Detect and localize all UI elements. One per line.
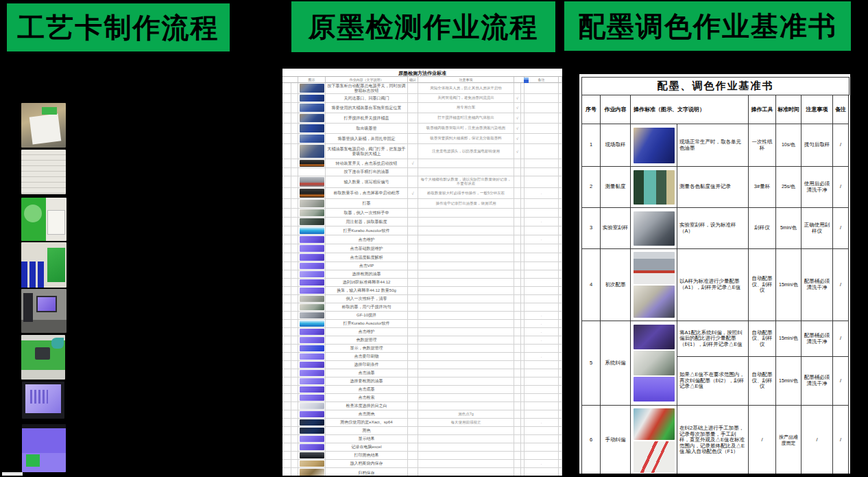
- check-cell: [408, 226, 418, 235]
- remark-cell: [525, 386, 559, 394]
- mark-cell: [514, 303, 521, 312]
- check-cell: [408, 83, 418, 94]
- edge-cell: [559, 295, 562, 303]
- worksheet-row: 点击测色 测色点7g: [282, 410, 562, 419]
- col-care: 注意事项: [801, 95, 833, 124]
- col-no: 序号: [582, 95, 601, 124]
- cell-standard: 现场正常生产时，取各单元色油墨: [677, 124, 749, 167]
- row-photo-cell: [298, 460, 326, 468]
- worksheet-row: 换算，输入稀释率44.12 数量50g: [282, 287, 562, 295]
- step-text-cell: 关闭送墨口、回墨口阀门: [326, 94, 408, 103]
- remark-cell: [525, 209, 559, 218]
- step-photo: [300, 353, 324, 360]
- cell-standard: 在纠2基础上进行手工加墨，记录每次加墨量，手工刮样，直至外观及△E值在标准范围内…: [677, 406, 749, 474]
- step-text-cell: 检查浓度选择的目之白: [326, 402, 408, 410]
- mark-cell: [514, 345, 521, 353]
- row-group-cell: [291, 209, 298, 218]
- row-index-cell: [282, 320, 291, 328]
- check-cell: [408, 144, 418, 159]
- cell-tool: 3#量杯: [749, 167, 776, 208]
- note-cell: 操作途中记录打出油墨量，做测试用: [418, 199, 514, 209]
- note-cell: [418, 468, 514, 476]
- mark-cell: [514, 328, 521, 336]
- check-cell: [408, 209, 418, 218]
- row-group-cell: [291, 188, 298, 199]
- cell-standard: 实验室刮样，设为标准样（A）: [677, 208, 749, 249]
- header-image-col: 图示: [298, 77, 326, 83]
- edge-cell: [559, 320, 562, 328]
- note-cell: [418, 303, 514, 312]
- check-cell: [408, 427, 418, 435]
- step-photo: [300, 452, 324, 458]
- banner-color-matching-standard: 配墨调色作业基准书: [564, 1, 851, 51]
- step-text-cell: 输入数量，填写相应编号: [326, 176, 408, 188]
- row-photo-cell: [298, 320, 326, 328]
- cell-photos: [631, 321, 677, 406]
- step-text-cell: 点击VIP: [326, 262, 408, 270]
- cell-remark: /: [833, 167, 849, 208]
- ink-bucket-photo: [634, 128, 675, 163]
- mark-cell: [514, 419, 521, 427]
- check-cell: [408, 103, 418, 113]
- cell-care: 配墨桶必须清洗干净: [801, 357, 833, 406]
- step-photo: [300, 279, 324, 286]
- edge-cell: [559, 386, 562, 394]
- check-cell: [408, 295, 418, 303]
- remark-cell: [525, 303, 559, 312]
- cell-remark: /: [833, 249, 849, 321]
- note-cell: [418, 270, 514, 279]
- row-group-cell: [291, 402, 298, 410]
- step-text-cell: 选到16阶标准稀释率44.12: [326, 279, 408, 287]
- edge-cell: [559, 113, 562, 124]
- note-cell: 关闭管道阀门，避免油墨回流流出: [418, 94, 514, 103]
- mark-cell: [514, 235, 521, 244]
- step-text-cell: 色数据管理: [326, 336, 408, 345]
- cell-photos: [631, 249, 677, 321]
- row-index-cell: [282, 144, 291, 159]
- step-text-cell: 取墨，倒入一次性杯子中: [326, 209, 408, 218]
- note-cell: [418, 159, 514, 168]
- row-photo-cell: [298, 361, 326, 369]
- check-cell: √: [408, 188, 418, 199]
- row-index-cell: [282, 369, 291, 377]
- row-photo-cell: [298, 402, 326, 410]
- remark-cell: [525, 113, 559, 124]
- check-cell: [408, 468, 418, 476]
- row-5-subrows: 将A1配比系统纠偏，按照纠偏后的配比进行少量配墨（纠1），刮样并记录△E值 自动…: [677, 321, 849, 406]
- cell-photos: [631, 124, 677, 167]
- row-photo-cell: [298, 235, 326, 244]
- mark-cell: [514, 244, 521, 253]
- edge-cell: [559, 176, 562, 188]
- note-cell: 注意泵电源插头，以防墨泵漏电影响使用: [418, 144, 514, 159]
- remark-cell: [525, 427, 559, 435]
- step-text-cell: 选择检测的油墨: [326, 270, 408, 279]
- edge-cell: [559, 460, 562, 468]
- worksheet-row: 点击温度黏度解析: [282, 253, 562, 262]
- step-photo: [300, 312, 324, 318]
- drawdown-photo: [634, 211, 675, 246]
- row-index-cell: [282, 427, 291, 435]
- subrow-1: 将A1配比系统纠偏，按照纠偏后的配比进行少量配墨（纠1），刮样并记录△E值 自动…: [677, 321, 849, 357]
- row-photo-cell: [298, 199, 326, 209]
- cell-task: 初次配墨: [601, 249, 631, 321]
- row-photo-cell: [298, 94, 326, 103]
- cell-tool: 自动配墨仪、刮样仪: [749, 357, 776, 406]
- row-photo-cell: [298, 262, 326, 270]
- row-photo-cell: [298, 124, 326, 134]
- row-photo-cell: [298, 394, 326, 402]
- step-text-cell: 显示结果: [326, 435, 408, 443]
- step-photo: [300, 189, 324, 198]
- step-photo: [300, 245, 324, 252]
- mark-cell: [514, 270, 521, 279]
- note-cell: [418, 460, 514, 468]
- worksheet-title: 原墨检测方法作业标准: [282, 70, 562, 76]
- note-cell: 每天使用前须校正: [418, 419, 514, 427]
- cell-care: 配墨桶必须清洗干净: [801, 321, 833, 357]
- mark-cell: [514, 253, 521, 262]
- photo-strip-fragment: [2, 472, 23, 476]
- note-cell: [418, 394, 514, 402]
- cell-care: 配墨桶必须清洗干净: [801, 249, 833, 321]
- row-group-cell: [291, 199, 298, 209]
- row-index-cell: [282, 262, 291, 270]
- note-cell: [418, 386, 514, 394]
